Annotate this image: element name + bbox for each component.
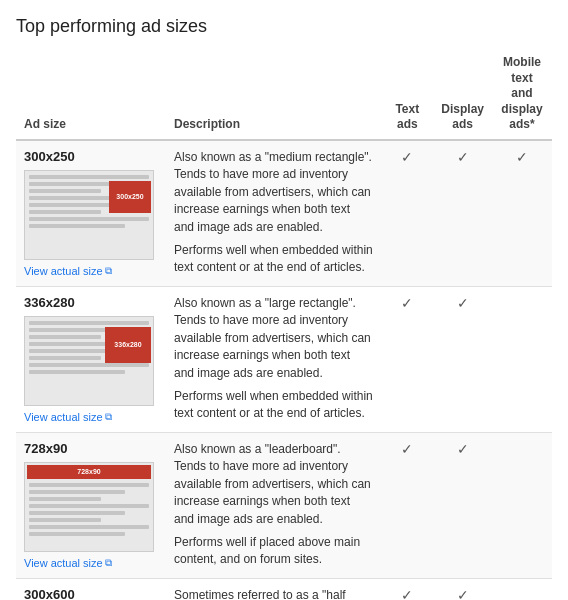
ad-sizes-table: Ad size Description Text ads Display ads… bbox=[16, 49, 552, 600]
text-ads-check: ✓ bbox=[381, 140, 433, 287]
col-header-ad-size: Ad size bbox=[16, 49, 166, 140]
ad-preview: 728x90 bbox=[24, 462, 154, 552]
ad-banner: 728x90 bbox=[27, 465, 151, 479]
ad-description: Also known as a "leaderboard". Tends to … bbox=[166, 432, 381, 578]
col-header-display-ads: Display ads bbox=[433, 49, 492, 140]
view-actual-size-link[interactable]: View actual size ⧉ bbox=[24, 557, 112, 569]
ad-banner: 300x250 bbox=[109, 181, 151, 213]
display-ads-check: ✓ bbox=[433, 432, 492, 578]
ad-preview: 336x280 bbox=[24, 316, 154, 406]
table-row: 728x90728x90View actual size ⧉Also known… bbox=[16, 432, 552, 578]
col-header-text-ads: Text ads bbox=[381, 49, 433, 140]
mobile-ads-check: ✓ bbox=[492, 140, 552, 287]
ad-size-label: 300x250 bbox=[24, 149, 158, 164]
col-header-mobile-ads: Mobile text and display ads* bbox=[492, 49, 552, 140]
text-ads-check: ✓ bbox=[381, 432, 433, 578]
external-link-icon: ⧉ bbox=[105, 265, 112, 277]
table-row: 300x600300x600View actual size ⧉Sometime… bbox=[16, 578, 552, 600]
mobile-ads-check bbox=[492, 286, 552, 432]
page-title: Top performing ad sizes bbox=[16, 16, 552, 37]
table-row: 300x250300x250View actual size ⧉Also kno… bbox=[16, 140, 552, 287]
table-row: 336x280336x280View actual size ⧉Also kno… bbox=[16, 286, 552, 432]
text-ads-check: ✓ bbox=[381, 578, 433, 600]
col-header-description: Description bbox=[166, 49, 381, 140]
ad-size-label: 728x90 bbox=[24, 441, 158, 456]
ad-size-label: 300x600 bbox=[24, 587, 158, 600]
view-actual-size-link[interactable]: View actual size ⧉ bbox=[24, 265, 112, 277]
ad-size-label: 336x280 bbox=[24, 295, 158, 310]
mobile-ads-check bbox=[492, 432, 552, 578]
display-ads-check: ✓ bbox=[433, 286, 492, 432]
ad-description: Also known as a "large rectangle". Tends… bbox=[166, 286, 381, 432]
ad-description: Also known as a "medium rectangle". Tend… bbox=[166, 140, 381, 287]
view-actual-size-link[interactable]: View actual size ⧉ bbox=[24, 411, 112, 423]
display-ads-check: ✓ bbox=[433, 578, 492, 600]
display-ads-check: ✓ bbox=[433, 140, 492, 287]
external-link-icon: ⧉ bbox=[105, 411, 112, 423]
mobile-ads-check bbox=[492, 578, 552, 600]
text-ads-check: ✓ bbox=[381, 286, 433, 432]
ad-description: Sometimes referred to as a "half page". … bbox=[166, 578, 381, 600]
ad-banner: 336x280 bbox=[105, 327, 151, 363]
external-link-icon: ⧉ bbox=[105, 557, 112, 569]
ad-preview: 300x250 bbox=[24, 170, 154, 260]
